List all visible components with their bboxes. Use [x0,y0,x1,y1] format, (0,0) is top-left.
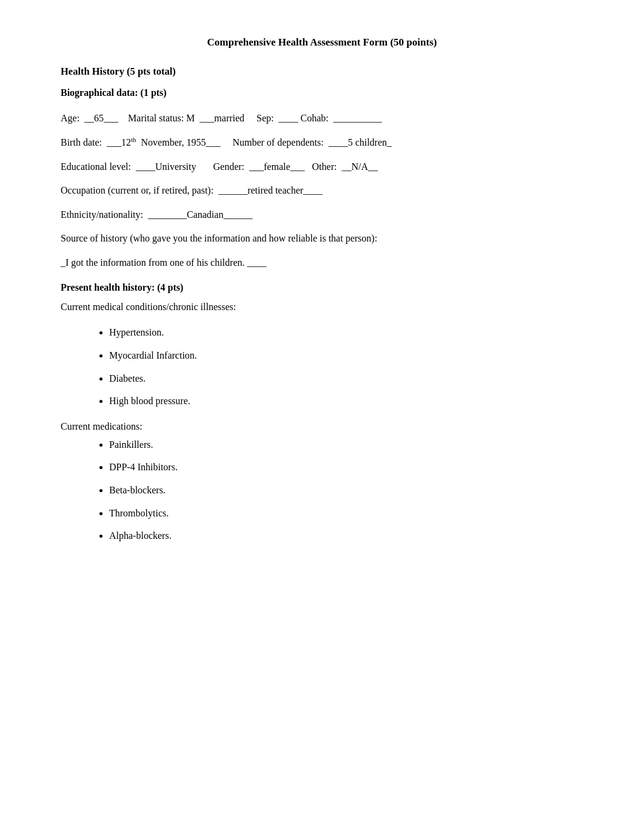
medications-label: Current medications: [61,421,583,432]
other-label: Other: [312,161,337,172]
medications-list: Painkillers. DPP-4 Inhibitors. Beta-bloc… [61,437,583,544]
gender-value: female [264,161,290,172]
birth-day: 12 [121,137,131,147]
list-item: Alpha-blockers. [109,528,583,544]
birth-dependents-row: Birth date: ___12th November, 1955___ Nu… [61,135,583,150]
ethnicity-value: Canadian [187,209,223,220]
present-health-suffix: : (4 pts) [152,282,183,292]
education-label: Educational level: [61,161,131,172]
dependents-value: 5 children [348,137,387,147]
sep-label: Sep: [257,113,273,123]
health-history-heading: Health History (5 pts total) [61,66,583,78]
birth-month-year: November, 1955 [141,137,206,147]
source-label: Source of history (who gave you the info… [61,231,583,246]
list-item: Thrombolytics. [109,505,583,521]
age-label: Age: [61,113,79,123]
conditions-list: Hypertension. Myocardial Infarction. Dia… [61,325,583,408]
biographical-data-heading: Biographical data: (1 pts) [61,87,583,98]
ethnicity-row: Ethnicity/nationality: ________Canadian_… [61,207,583,223]
age-marital-row: Age: __65___ Marital status: M ___marrie… [61,110,583,126]
page-title: Comprehensive Health Assessment Form (50… [61,36,583,49]
present-health-label: Present health history [61,282,152,292]
gender-label: Gender: [213,161,245,172]
list-item: Myocardial Infarction. [109,348,583,363]
list-item: Painkillers. [109,437,583,453]
cohab-label: Cohab: [301,113,329,123]
occupation-label: Occupation (current or, if retired, past… [61,185,213,195]
list-item: DPP-4 Inhibitors. [109,459,583,475]
age-value: 65 [94,113,104,123]
cohab-value: __________ [334,113,382,123]
dependents-label: Number of dependents: [232,137,323,147]
education-value: University [155,161,196,172]
marital-label: Marital status: M [128,113,195,123]
list-item: Diabetes. [109,371,583,387]
occupation-row: Occupation (current or, if retired, past… [61,183,583,198]
birth-label: Birth date: [61,137,102,147]
list-item: Hypertension. [109,325,583,340]
ethnicity-label: Ethnicity/nationality: [61,209,143,220]
birth-sup: th [131,136,136,143]
list-item: High blood pressure. [109,393,583,409]
education-gender-row: Educational level: ____University Gender… [61,159,583,175]
list-item: Beta-blockers. [109,482,583,498]
marital-value: married [214,113,244,123]
biographical-label-suffix: : (1 pts) [135,87,166,98]
source-value: _I got the information from one of his c… [61,255,583,271]
present-health-heading: Present health history: (4 pts) [61,282,583,293]
occupation-value: retired teacher [247,185,303,195]
conditions-label: Current medical conditions/chronic illne… [61,302,583,313]
biographical-label: Biographical data [61,87,135,98]
other-value: N/A [351,161,368,172]
